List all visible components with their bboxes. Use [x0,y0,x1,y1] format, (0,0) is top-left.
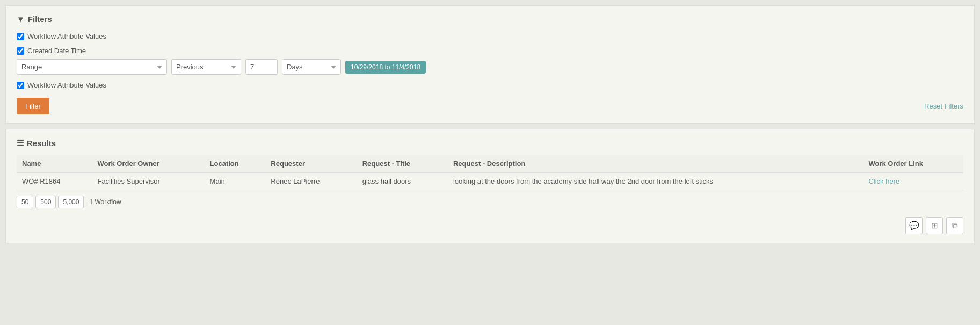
col-request-description: Request - Description [448,155,863,172]
cell-work-order-owner: Facilities Supervisor [92,172,204,190]
col-location: Location [205,155,266,172]
page-size-50[interactable]: 50 [17,196,33,208]
table-header: Name Work Order Owner Location Requester… [17,155,963,172]
previous-select[interactable]: Previous [171,59,241,75]
reset-filters-link[interactable]: Reset Filters [924,102,963,110]
cell-request-description: looking at the doors from the academy si… [448,172,863,190]
table-body: WO# R1864 Facilities Supervisor Main Ren… [17,172,963,190]
workflow-attr-checkbox-1[interactable] [17,33,24,40]
workflow-count: 1 Workflow [89,198,121,206]
filter-row-created-date: Created Date Time Range Previous Days 10… [17,47,963,75]
created-date-checkbox-label[interactable]: Created Date Time [17,47,963,55]
grid-icon-button[interactable]: ⊞ [926,217,943,234]
cell-location: Main [205,172,266,190]
created-date-checkbox[interactable] [17,47,24,55]
work-order-link[interactable]: Click here [868,177,899,185]
filter-button[interactable]: Filter [17,98,49,114]
cell-work-order-link[interactable]: Click here [863,172,963,190]
results-title: ☰ Results [17,138,963,148]
col-work-order-link: Work Order Link [863,155,963,172]
cell-requester: Renee LaPierre [265,172,357,190]
funnel-icon: ▼ [17,15,25,24]
filters-title: ▼ Filters [17,15,963,24]
workflow-attr-checkbox-1-label[interactable]: Workflow Attribute Values [17,32,963,40]
col-request-title: Request - Title [357,155,448,172]
col-work-order-owner: Work Order Owner [92,155,204,172]
results-panel: ☰ Results Name Work Order Owner Location… [5,129,975,243]
bottom-actions: 💬 ⊞ ⧉ [17,217,963,234]
page-size-500[interactable]: 500 [35,196,56,208]
col-name: Name [17,155,92,172]
page-size-5000[interactable]: 5,000 [58,196,84,208]
chat-icon-button[interactable]: 💬 [905,217,923,234]
filter-row-workflow-attr-2: Workflow Attribute Values [17,81,963,89]
results-table: Name Work Order Owner Location Requester… [17,155,963,190]
filters-panel: ▼ Filters Workflow Attribute Values Crea… [5,5,975,124]
copy-icon-button[interactable]: ⧉ [946,217,963,234]
date-range-badge: 10/29/2018 to 11/4/2018 [345,61,426,74]
col-requester: Requester [265,155,357,172]
workflow-attr-checkbox-2-label[interactable]: Workflow Attribute Values [17,81,963,89]
workflow-attr-checkbox-2[interactable] [17,82,24,89]
table-row: WO# R1864 Facilities Supervisor Main Ren… [17,172,963,190]
days-select[interactable]: Days [282,59,341,75]
cell-name: WO# R1864 [17,172,92,190]
range-select[interactable]: Range [17,59,167,75]
pagination-row: 50 500 5,000 1 Workflow [17,196,963,208]
number-input[interactable] [245,59,278,75]
date-filter-controls: Range Previous Days 10/29/2018 to 11/4/2… [17,59,963,75]
filter-actions: Filter Reset Filters [17,98,963,114]
list-icon: ☰ [17,138,24,148]
filter-row-workflow-attr-1: Workflow Attribute Values [17,32,963,40]
cell-request-title: glass hall doors [357,172,448,190]
